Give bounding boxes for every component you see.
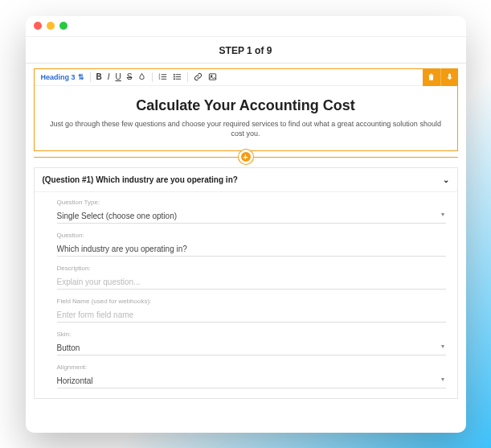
chevron-down-icon: ⌄ bbox=[443, 175, 449, 184]
svg-point-6 bbox=[174, 74, 175, 76]
fieldname-input[interactable] bbox=[57, 308, 446, 323]
svg-text:3: 3 bbox=[159, 77, 161, 80]
svg-rect-12 bbox=[210, 74, 216, 80]
close-icon[interactable] bbox=[34, 22, 42, 30]
image-button[interactable] bbox=[208, 72, 217, 81]
strike-button[interactable]: S bbox=[127, 72, 133, 81]
separator bbox=[152, 72, 153, 82]
updown-icon: ⇅ bbox=[78, 73, 84, 81]
field-label: Description: bbox=[57, 265, 446, 272]
heading-label: Heading 3 bbox=[41, 73, 76, 81]
hero-title[interactable]: Calculate Your Accounting Cost bbox=[35, 86, 457, 119]
unordered-list-button[interactable] bbox=[173, 72, 182, 81]
svg-rect-10 bbox=[176, 76, 181, 77]
field-description: Description: bbox=[57, 265, 446, 290]
description-input[interactable] bbox=[57, 275, 446, 290]
field-fieldname: Field Name (used for webhooks): bbox=[57, 298, 446, 323]
question-type-select[interactable] bbox=[57, 209, 446, 224]
bold-button[interactable]: B bbox=[96, 72, 102, 81]
alignment-select[interactable] bbox=[57, 374, 446, 388]
editor-toolbar: Heading 3 ⇅ B I U S 123 bbox=[35, 69, 457, 86]
underline-button[interactable]: U bbox=[116, 72, 121, 81]
step-title: STEP 1 of 9 bbox=[26, 37, 466, 64]
field-question-type: Question Type: ▾ bbox=[57, 199, 446, 224]
content-area: STEP 1 of 9 Heading 3 ⇅ B I U S bbox=[26, 37, 466, 407]
editor-block: Heading 3 ⇅ B I U S 123 bbox=[34, 68, 458, 151]
question-input[interactable] bbox=[57, 242, 446, 257]
question-header[interactable]: (Question #1) Which industry are you ope… bbox=[35, 168, 457, 192]
hero-subtitle[interactable]: Just go through these few questions and … bbox=[35, 119, 457, 150]
field-skin: Skin: ▾ bbox=[57, 331, 446, 356]
italic-button[interactable]: I bbox=[108, 72, 110, 81]
field-label: Question Type: bbox=[57, 199, 446, 206]
separator bbox=[187, 72, 188, 82]
titlebar bbox=[26, 16, 466, 37]
svg-rect-11 bbox=[176, 79, 181, 80]
skin-select[interactable] bbox=[57, 341, 446, 356]
block-actions bbox=[423, 68, 458, 86]
field-label: Skin: bbox=[57, 331, 446, 338]
link-button[interactable] bbox=[194, 72, 203, 81]
move-down-button[interactable] bbox=[440, 68, 458, 86]
field-alignment: Alignment: ▾ bbox=[57, 364, 446, 388]
add-button[interactable]: + bbox=[239, 150, 253, 164]
svg-rect-1 bbox=[162, 76, 166, 77]
separator bbox=[90, 72, 91, 82]
field-label: Field Name (used for webhooks): bbox=[57, 298, 446, 305]
svg-rect-0 bbox=[162, 74, 166, 75]
svg-point-8 bbox=[174, 78, 175, 80]
field-label: Alignment: bbox=[57, 364, 446, 371]
add-section-handle: + bbox=[34, 151, 458, 162]
app-window: STEP 1 of 9 Heading 3 ⇅ B I U S bbox=[26, 16, 466, 433]
field-label: Question: bbox=[57, 232, 446, 239]
maximize-icon[interactable] bbox=[59, 22, 68, 30]
field-question: Question: bbox=[57, 232, 446, 257]
heading-select[interactable]: Heading 3 ⇅ bbox=[41, 73, 84, 81]
question-body: Question Type: ▾ Question: Description: … bbox=[35, 192, 457, 398]
color-button[interactable] bbox=[137, 72, 146, 81]
delete-button[interactable] bbox=[423, 68, 440, 86]
question-panel: (Question #1) Which industry are you ope… bbox=[34, 167, 458, 399]
question-header-label: (Question #1) Which industry are you ope… bbox=[43, 175, 238, 184]
ordered-list-button[interactable]: 123 bbox=[158, 72, 167, 81]
svg-point-7 bbox=[174, 76, 175, 78]
minimize-icon[interactable] bbox=[47, 22, 55, 30]
svg-rect-9 bbox=[176, 74, 181, 75]
svg-rect-2 bbox=[162, 79, 166, 80]
